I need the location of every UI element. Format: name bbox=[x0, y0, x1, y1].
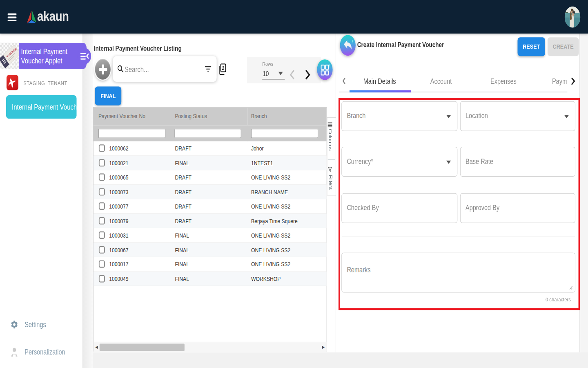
svg-text:2: 2 bbox=[222, 65, 225, 71]
